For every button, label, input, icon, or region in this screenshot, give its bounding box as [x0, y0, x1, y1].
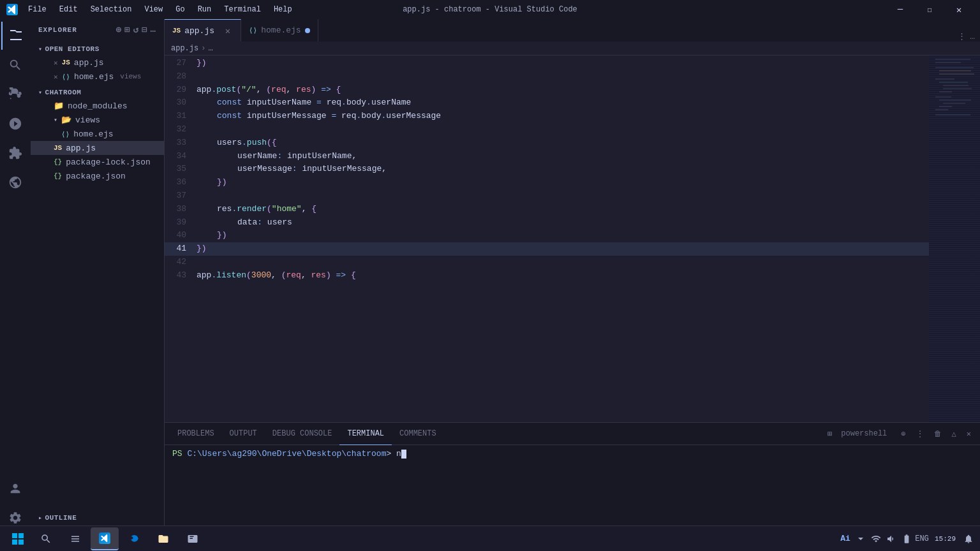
package-json-item[interactable]: {} package.json: [31, 169, 164, 183]
svg-rect-13: [939, 106, 952, 107]
taskbar: Ai ENG 15:29: [0, 525, 980, 551]
more-actions-icon[interactable]: …: [151, 24, 156, 35]
node-modules-folder[interactable]: 📁 node_modules: [31, 99, 164, 113]
system-tray-chevron[interactable]: [854, 533, 867, 545]
explorer-icon[interactable]: [1, 22, 29, 50]
maximize-panel-icon[interactable]: △: [948, 428, 960, 440]
breadcrumb-ellipsis[interactable]: …: [208, 44, 212, 53]
network-icon[interactable]: [870, 533, 882, 545]
menu-run[interactable]: Run: [193, 4, 217, 15]
tab-homeejs[interactable]: ⟨⟩ home.ejs: [241, 19, 318, 41]
close-homeejs-icon[interactable]: ✕: [54, 73, 58, 81]
collapse-icon[interactable]: ⊟: [142, 24, 147, 35]
editor-layout-buttons: ⋮ …: [953, 31, 980, 41]
code-line-34: 34 userName: inputUserName,: [165, 150, 929, 163]
menu-help[interactable]: Help: [269, 4, 297, 15]
terminal-content[interactable]: PS C:\Users\ag290\OneDrive\Desktop\chatr…: [165, 445, 980, 537]
tab-appjs[interactable]: JS app.js ✕: [165, 19, 241, 41]
code-scroll-area[interactable]: 27 }) 28 29 app.post("/", (req, res) => …: [165, 55, 929, 422]
extensions-icon[interactable]: [1, 139, 29, 167]
open-editors-title[interactable]: ▾ OPEN EDITORS: [31, 43, 164, 55]
chatroom-title[interactable]: ▾ CHATROOM: [31, 86, 164, 99]
menu-view[interactable]: View: [139, 4, 168, 15]
taskbar-clock[interactable]: 15:29: [931, 535, 960, 543]
svg-rect-5: [935, 78, 954, 80]
panel-tabs: PROBLEMS OUTPUT DEBUG CONSOLE TERMINAL C…: [165, 423, 980, 445]
taskbar-system: Ai ENG 15:29: [839, 533, 975, 545]
titlebar-controls: ─ ☐ ✕: [886, 0, 974, 19]
kill-terminal-icon[interactable]: 🗑: [930, 428, 946, 440]
code-line-40: 40 }): [165, 229, 929, 242]
tab-appjs-close[interactable]: ✕: [223, 26, 233, 36]
split-terminal-icon[interactable]: ⋮: [912, 428, 928, 440]
terminal-prompt: PS: [172, 449, 187, 459]
menu-file[interactable]: File: [23, 4, 52, 15]
package-lock-json-item[interactable]: {} package-lock.json: [31, 155, 164, 169]
taskbar-task-view[interactable]: [61, 527, 89, 550]
breadcrumb-appjs[interactable]: app.js: [171, 44, 198, 53]
close-panel-icon[interactable]: ✕: [963, 428, 975, 440]
windows-start-button[interactable]: [5, 527, 31, 550]
new-file-icon[interactable]: ⊕: [116, 24, 122, 35]
line-num-32: 32: [165, 123, 197, 136]
outline-title[interactable]: ▸ OUTLINE: [31, 511, 164, 524]
powershell-icon: ⊞: [824, 428, 836, 440]
search-icon[interactable]: [1, 51, 29, 79]
battery-icon[interactable]: [900, 533, 913, 545]
code-line-35: 35 userMessage: inputUserMessage,: [165, 163, 929, 176]
problems-tab[interactable]: PROBLEMS: [170, 423, 222, 445]
taskbar-ai[interactable]: Ai: [839, 533, 852, 545]
svg-rect-4: [939, 73, 974, 75]
taskbar-search[interactable]: [32, 527, 60, 550]
menu-go[interactable]: Go: [170, 4, 189, 15]
line-num-27: 27: [165, 57, 197, 70]
refresh-icon[interactable]: ↺: [133, 24, 139, 35]
open-editors-section: ▾ OPEN EDITORS ✕ JS app.js ✕ ⟨⟩ home.ejs…: [31, 43, 164, 84]
code-line-42: 42: [165, 256, 929, 269]
close-button[interactable]: ✕: [944, 0, 974, 19]
taskbar-vscode[interactable]: [91, 527, 119, 550]
debug-icon[interactable]: [1, 110, 29, 138]
terminal-cursor: [401, 450, 406, 459]
language-tray-icon[interactable]: ENG: [916, 533, 928, 545]
close-appjs-icon[interactable]: ✕: [54, 59, 58, 67]
taskbar-edge[interactable]: [120, 527, 148, 550]
comments-tab[interactable]: COMMENTS: [392, 423, 444, 445]
menu-terminal[interactable]: Terminal: [219, 4, 266, 15]
homeejs-sidebar-item[interactable]: ⟨⟩ home.ejs: [31, 127, 164, 141]
code-line-41: 41 }): [165, 242, 929, 256]
more-actions-editor-icon[interactable]: …: [970, 32, 975, 41]
taskbar-apps: [32, 527, 207, 550]
minimize-button[interactable]: ─: [886, 0, 915, 19]
json2-icon: {}: [54, 172, 62, 180]
new-terminal-icon[interactable]: ⊕: [897, 428, 909, 440]
notification-center-icon[interactable]: [962, 533, 975, 545]
appjs-sidebar-item[interactable]: JS app.js: [31, 141, 164, 155]
taskbar-terminal[interactable]: [179, 527, 207, 550]
open-editor-appjs[interactable]: ✕ JS app.js: [31, 55, 164, 70]
menu-selection[interactable]: Selection: [85, 4, 137, 15]
menu-edit[interactable]: Edit: [54, 4, 83, 15]
terminal-tab[interactable]: TERMINAL: [339, 423, 392, 445]
views-folder[interactable]: ▾ 📂 views: [31, 113, 164, 127]
output-tab[interactable]: OUTPUT: [222, 423, 265, 445]
new-folder-icon[interactable]: ⊞: [124, 24, 130, 35]
line-num-39: 39: [165, 216, 197, 230]
line-num-28: 28: [165, 70, 197, 84]
terminal-command: n: [396, 449, 401, 459]
code-editor[interactable]: 27 }) 28 29 app.post("/", (req, res) => …: [165, 55, 929, 422]
source-control-icon[interactable]: [1, 80, 29, 108]
code-line-32: 32: [165, 123, 929, 136]
accounts-icon[interactable]: [1, 474, 29, 503]
line-num-37: 37: [165, 189, 197, 203]
open-editor-homeejs[interactable]: ✕ ⟨⟩ home.ejs views: [31, 70, 164, 84]
debug-console-tab[interactable]: DEBUG CONSOLE: [265, 423, 340, 445]
code-line-27: 27 }): [165, 57, 929, 70]
node-modules-label: node_modules: [68, 101, 128, 111]
svg-rect-19: [19, 540, 24, 545]
remote-explorer-icon[interactable]: [1, 168, 29, 196]
volume-icon[interactable]: [885, 533, 898, 545]
split-editor-icon[interactable]: ⋮: [958, 31, 966, 41]
maximize-button[interactable]: ☐: [915, 0, 944, 19]
taskbar-explorer[interactable]: [149, 527, 177, 550]
